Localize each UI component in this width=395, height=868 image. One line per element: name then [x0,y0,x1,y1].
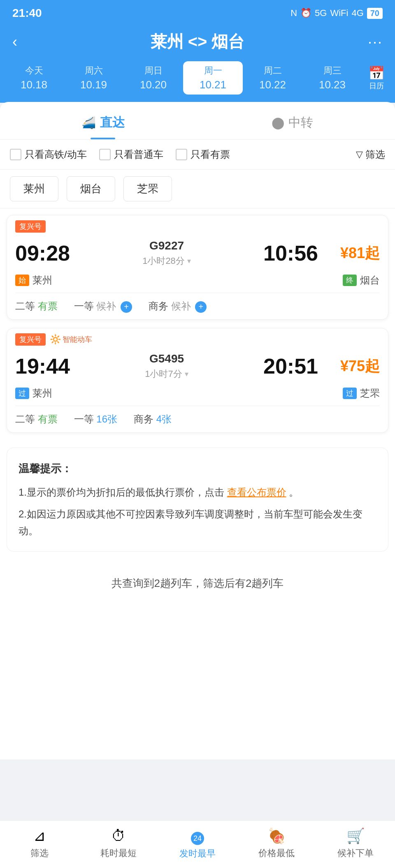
chip-zhimou[interactable]: 芝罘 [123,176,172,201]
chip-laizhou[interactable]: 莱州 [10,176,58,201]
tab-direct-label: 直达 [100,114,125,131]
main-content: 🚄 直达 ⬤ 中转 只看高铁/动车 只看普通车 只看有票 ▽ 筛选 莱州 烟台 … [0,102,395,760]
nav-waitlist-label: 候补下单 [316,847,395,859]
more-button[interactable]: ··· [358,33,383,51]
date-tab-sat[interactable]: 周六 10.19 [64,61,123,95]
arrive-time-2: 20:51 [244,354,318,379]
duration-arrow-icon-2: ▾ [185,369,188,379]
smart-icon: 🔆 [50,334,61,345]
filter-available[interactable]: 只看有票 [176,148,230,161]
summary-text: 共查询到2趟列车，筛选后有2趟列车 [112,577,284,589]
depart-station-name: 莱州 [33,274,52,287]
date-tab-mon[interactable]: 周一 10.21 [183,61,243,95]
train-card-G5495[interactable]: 复兴号 🔆 智能动车 19:44 G5495 1小时7分 ▾ 20:51 ¥75… [7,328,388,433]
badge-smart: 🔆 智能动车 [50,334,92,345]
train-badges: 复兴号 [7,215,388,233]
wifi-icon: WiFi [330,8,348,18]
summary-bar: 共查询到2趟列车，筛选后有2趟列车 [0,560,395,599]
tab-direct[interactable]: 🚄 直达 [8,102,198,139]
checkbox-regular [99,149,111,160]
arrive-station-2: 过 芝罘 [343,387,380,400]
train-main-info: 09:28 G9227 1小时28分 ▾ 10:56 ¥81起 [7,233,388,274]
alarm-icon: ⏰ [300,8,311,18]
transfer-icon: ⬤ [272,116,284,129]
notice-box: 温馨提示： 1.显示的票价均为折扣后的最低执行票价，点击 查看公布票价 。 2.… [7,448,388,552]
cart-icon: 🛒 [316,827,395,845]
status-icons: N ⏰ 5G WiFi 4G 70 [290,8,383,19]
notice-line2: 2.如因运力原因或其他不可控因素导致列车调度调整时，当前车型可能会发生变动。 [19,506,376,540]
signal-4g-icon: 4G [351,8,363,18]
filter-highspeed-label: 只看高铁/动车 [25,148,87,161]
train-middle: G9227 1小时28分 ▾ [93,239,240,267]
depart-tag-2: 过 [15,388,29,399]
tab-transfer-label: 中转 [288,114,313,131]
nav-shortest[interactable]: ⏱ 耗时最短 [79,827,158,860]
train-tickets: 二等 有票 一等 候补 + 商务 候补 + [7,293,388,319]
ticket-2nd: 二等 有票 [15,300,58,313]
badge-fuxing-2: 复兴号 [15,333,46,346]
main-tabs: 🚄 直达 ⬤ 中转 [0,102,395,140]
tab-transfer[interactable]: ⬤ 中转 [198,102,387,139]
chip-yantai[interactable]: 烟台 [67,176,115,201]
nav-filter[interactable]: ⊿ 筛选 [0,827,79,860]
arrive-time: 10:56 [244,241,318,265]
checkbox-highspeed [10,149,21,160]
train-list: 复兴号 09:28 G9227 1小时28分 ▾ 10:56 ¥81起 始 莱州 [0,208,395,448]
clock-icon: ⏱ [79,827,158,845]
date-tab-today[interactable]: 今天 10.18 [4,61,64,95]
nav-filter-label: 筛选 [0,847,79,859]
page-title: 莱州 <> 烟台 [37,30,358,53]
waitlist-add-biz[interactable]: + [195,301,207,313]
nav-cheapest[interactable]: 🍖 价格最低 [237,827,316,860]
ticket-2nd-2: 二等 有票 [15,413,58,426]
arrive-tag-2: 过 [343,388,357,399]
ticket-1st: 一等 候补 + [74,300,132,313]
filter-funnel-icon: ▽ [356,149,363,160]
ticket-biz-avail: 候补 [171,300,191,312]
nav-waitlist[interactable]: 🛒 候补下单 [316,827,395,860]
battery-icon: 70 [367,8,383,19]
train-card-G9227[interactable]: 复兴号 09:28 G9227 1小时28分 ▾ 10:56 ¥81起 始 莱州 [7,215,388,320]
calendar-label: 日历 [369,82,384,90]
notice-title: 温馨提示： [19,459,376,478]
notice-link[interactable]: 查看公布票价 [227,487,286,498]
filter-highspeed[interactable]: 只看高铁/动车 [10,148,87,161]
nav-earliest-label: 发时最早 [158,847,237,860]
depart-station-2: 过 莱州 [15,387,52,400]
signal-5g-icon: 5G [315,8,327,18]
filter-available-label: 只看有票 [191,148,230,161]
depart-station: 始 莱州 [15,274,52,287]
status-bar: 21:40 N ⏰ 5G WiFi 4G 70 [0,0,395,26]
earliest-icon: 24 [158,827,237,845]
badge-fuxing: 复兴号 [15,220,46,233]
waitlist-add-1st[interactable]: + [121,301,132,313]
depart-time-2: 19:44 [15,354,89,379]
filter-row: 只看高铁/动车 只看普通车 只看有票 ▽ 筛选 [0,140,395,170]
nav-earliest[interactable]: 24 发时最早 [158,827,237,860]
date-tab-tue[interactable]: 周二 10.22 [243,61,302,95]
badge-smart-label: 智能动车 [63,335,92,344]
calendar-button[interactable]: 📅 日历 [362,65,391,91]
checkbox-available [176,149,187,160]
ticket-2nd-avail: 有票 [38,300,58,312]
date-tab-wed[interactable]: 周三 10.23 [302,61,362,95]
train-number: G9227 [93,239,240,252]
date-tab-sun[interactable]: 周日 10.20 [123,61,183,95]
calendar-icon: 📅 [362,65,391,81]
nav-shortest-label: 耗时最短 [79,847,158,859]
train-icon: 🚄 [81,116,96,129]
notice-line1: 1.显示的票价均为折扣后的最低执行票价，点击 查看公布票价 。 [19,484,376,501]
ticket-1st-avail: 候补 [96,300,116,312]
nav-cheapest-label: 价格最低 [237,847,316,859]
ticket-business: 商务 候补 + [149,300,207,313]
train-number-2: G5495 [93,352,240,365]
price-icon: 🍖 [237,827,316,845]
train-price: ¥81起 [322,243,380,263]
advanced-filter-button[interactable]: ▽ 筛选 [356,148,385,161]
train-stations-2: 过 莱州 过 芝罘 [7,387,388,406]
ticket-biz-count: 4张 [156,413,172,425]
nfc-icon: N [290,8,297,18]
back-button[interactable]: ‹ [12,33,37,51]
depart-station-name-2: 莱州 [33,387,52,400]
filter-regular[interactable]: 只看普通车 [99,148,163,161]
